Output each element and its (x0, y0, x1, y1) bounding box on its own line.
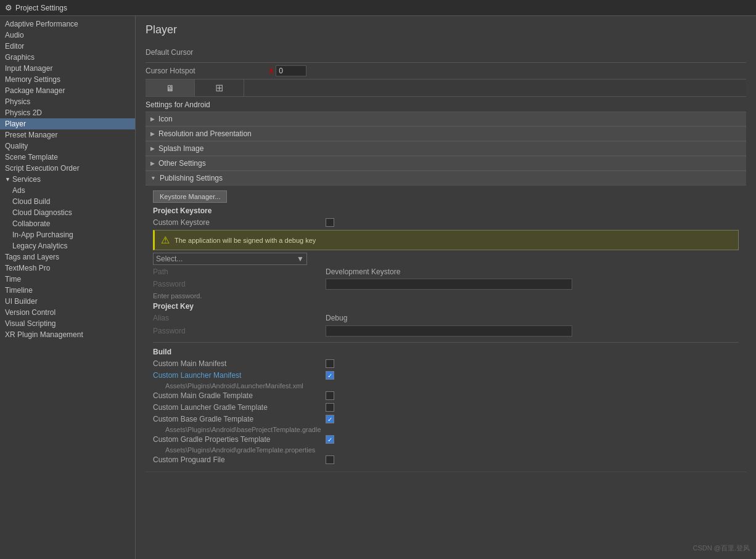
sidebar-label-services: Services (12, 175, 41, 184)
custom-launcher-manifest-checkbox[interactable] (326, 371, 334, 380)
sidebar-item-adaptive-performance[interactable]: Adaptive Performance (0, 18, 135, 30)
sidebar-item-visual-scripting[interactable]: Visual Scripting (0, 318, 135, 329)
custom-launcher-manifest-label: Custom Launcher Manifest (153, 371, 326, 380)
warning-text: The application will be signed with a de… (175, 237, 316, 244)
title-bar: ⚙ Project Settings (0, 0, 756, 16)
sidebar-item-textmesh-pro[interactable]: TextMesh Pro (0, 263, 135, 274)
custom-keystore-label: Custom Keystore (153, 218, 326, 227)
sidebar-item-physics[interactable]: Physics (0, 96, 135, 107)
custom-base-gradle-checkbox[interactable] (326, 415, 334, 423)
cursor-hotspot-x-input[interactable] (276, 65, 306, 76)
alias-row: Alias Debug (153, 313, 739, 323)
sidebar-item-legacy-analytics[interactable]: Legacy Analytics (0, 240, 135, 251)
dropdown-arrow: ▼ (297, 255, 304, 263)
custom-main-manifest-checkbox[interactable] (326, 359, 334, 368)
page-title: Player (146, 23, 746, 36)
sidebar-item-script-execution-order[interactable]: Script Execution Order (0, 163, 135, 174)
custom-keystore-checkbox[interactable] (326, 218, 334, 227)
path-row: Path Development Keystore (153, 267, 739, 276)
section-other[interactable]: ▶ Other Settings (146, 156, 746, 171)
title-bar-text: Project Settings (15, 4, 67, 12)
custom-main-manifest-label: Custom Main Manifest (153, 359, 326, 368)
custom-base-gradle-row: Custom Base Gradle Template (153, 414, 739, 424)
section-icon[interactable]: ▶ Icon (146, 112, 746, 126)
sidebar-item-time[interactable]: Time (0, 274, 135, 285)
icon-section-label: Icon (158, 115, 173, 123)
custom-keystore-row: Custom Keystore (153, 218, 739, 227)
sidebar-item-scene-template[interactable]: Scene Template (0, 152, 135, 163)
key-password-label: Password (153, 327, 326, 335)
sidebar-item-tags-and-layers[interactable]: Tags and Layers (0, 251, 135, 263)
custom-base-gradle-label: Custom Base Gradle Template (153, 415, 326, 423)
section-splash[interactable]: ▶ Splash Image (146, 141, 746, 156)
settings-for-label: Settings for Android (146, 100, 210, 109)
select-placeholder: Select... (156, 255, 183, 263)
custom-main-gradle-checkbox[interactable] (326, 391, 334, 400)
platform-tabs: 🖥 ⊞ (146, 79, 746, 97)
sidebar-item-audio[interactable]: Audio (0, 30, 135, 41)
custom-proguard-label: Custom Proguard File (153, 455, 326, 464)
cursor-hotspot-label: Cursor Hotspot (146, 67, 269, 75)
custom-proguard-checkbox[interactable] (326, 455, 334, 464)
custom-main-gradle-label: Custom Main Gradle Template (153, 391, 326, 400)
sidebar-item-timeline[interactable]: Timeline (0, 285, 135, 296)
sidebar-item-player[interactable]: Player (0, 118, 135, 129)
sidebar-item-editor[interactable]: Editor (0, 41, 135, 52)
sidebar-item-ads[interactable]: Ads (0, 185, 135, 196)
splash-section-label: Splash Image (158, 144, 203, 153)
sidebar-item-cloud-build[interactable]: Cloud Build (0, 196, 135, 207)
sidebar-item-package-manager[interactable]: Package Manager (0, 85, 135, 96)
warning-icon: ⚠ (161, 234, 170, 246)
sidebar-item-in-app-purchasing[interactable]: In-App Purchasing (0, 229, 135, 240)
cursor-hotspot-row: Cursor Hotspot X (146, 65, 746, 76)
dev-keystore-label: Development Keystore (326, 267, 400, 276)
sidebar-item-preset-manager[interactable]: Preset Manager (0, 129, 135, 141)
keystore-manager-btn[interactable]: Keystore Manager... (153, 190, 227, 203)
base-gradle-path: Assets\Plugins\Android\baseProjectTempla… (153, 426, 739, 433)
settings-for-container: Settings for Android (146, 97, 746, 112)
sidebar-item-cloud-diagnostics[interactable]: Cloud Diagnostics (0, 207, 135, 218)
custom-proguard-row: Custom Proguard File (153, 455, 739, 465)
sidebar-item-input-manager[interactable]: Input Manager (0, 63, 135, 74)
warning-box: ⚠ The application will be signed with a … (153, 230, 739, 250)
build-label: Build (153, 348, 739, 356)
standalone-icon: 🖥 (166, 83, 175, 93)
default-cursor-row: Default Cursor (146, 46, 746, 59)
keystore-select[interactable]: Select... ▼ (153, 253, 307, 265)
password-input[interactable] (326, 279, 572, 290)
sidebar-item-collaborate[interactable]: Collaborate (0, 218, 135, 229)
alias-label: Alias (153, 314, 326, 322)
publishing-section-label: Publishing Settings (160, 174, 223, 182)
webgl-icon: ⊞ (215, 82, 223, 94)
sidebar-item-xr-plugin-management[interactable]: XR Plugin Management (0, 329, 135, 340)
sidebar-item-quality[interactable]: Quality (0, 141, 135, 152)
password-label: Password (153, 280, 326, 288)
path-label: Path (153, 267, 326, 276)
key-password-input[interactable] (326, 325, 572, 337)
custom-main-manifest-row: Custom Main Manifest (153, 359, 739, 369)
tab-webgl[interactable]: ⊞ (195, 80, 244, 96)
sidebar-item-graphics[interactable]: Graphics (0, 52, 135, 63)
sidebar-item-physics-2d[interactable]: Physics 2D (0, 107, 135, 118)
icon-triangle: ▶ (150, 116, 155, 122)
other-section-label: Other Settings (158, 159, 206, 168)
project-key-label: Project Key (153, 302, 739, 311)
custom-launcher-gradle-checkbox[interactable] (326, 403, 334, 412)
sidebar-item-version-control[interactable]: Version Control (0, 307, 135, 318)
section-resolution[interactable]: ▶ Resolution and Presentation (146, 126, 746, 141)
tab-standalone[interactable]: 🖥 (146, 80, 195, 96)
sidebar-item-ui-builder[interactable]: UI Builder (0, 296, 135, 307)
settings-icon: ⚙ (5, 3, 12, 12)
gradle-props-path: Assets\Plugins\Android\gradleTemplate.pr… (153, 446, 739, 454)
custom-gradle-props-checkbox[interactable] (326, 435, 334, 444)
default-cursor-label: Default Cursor (146, 48, 269, 57)
sidebar-item-services[interactable]: ▼Services (0, 174, 135, 185)
sidebar-item-memory-settings[interactable]: Memory Settings (0, 74, 135, 85)
section-publishing[interactable]: ▼ Publishing Settings (146, 171, 746, 186)
content-area: Player Default Cursor Cursor Hotspot X 🖥 (136, 16, 756, 559)
services-triangle: ▼ (5, 176, 10, 182)
debug-label: Debug (326, 314, 347, 322)
password-row: Password (153, 278, 739, 290)
other-triangle: ▶ (150, 160, 155, 166)
publishing-content: Keystore Manager... Project Keystore Cus… (146, 186, 746, 472)
